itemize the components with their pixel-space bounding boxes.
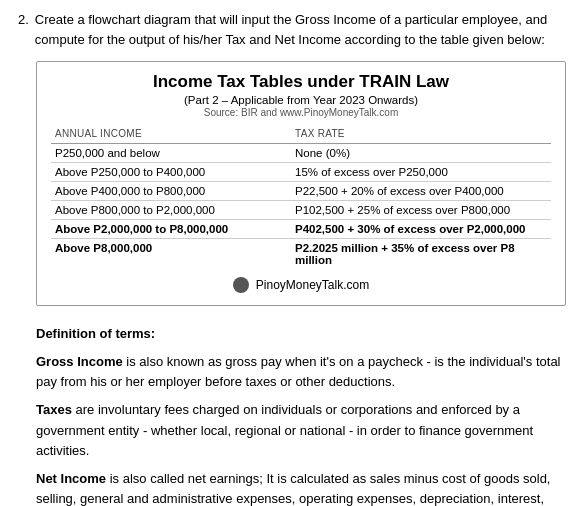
question-text: Create a flowchart diagram that will inp…: [35, 10, 568, 49]
rate-cell: None (0%): [291, 144, 551, 163]
definition-text: is also called net earnings; It is calcu…: [36, 471, 550, 506]
table-row: P250,000 and belowNone (0%): [51, 144, 551, 163]
logo-text: PinoyMoneyTalk.com: [256, 278, 369, 292]
definition-term: Net Income: [36, 471, 106, 486]
question-header: 2. Create a flowchart diagram that will …: [18, 10, 568, 49]
table-row: Above P250,000 to P400,00015% of excess …: [51, 163, 551, 182]
tax-table-title: Income Tax Tables under TRAIN Law: [51, 72, 551, 92]
rate-cell: P402,500 + 30% of excess over P2,000,000: [291, 220, 551, 239]
col1-header: ANNUAL INCOME: [51, 126, 291, 144]
table-row: Above P8,000,000P2.2025 million + 35% of…: [51, 239, 551, 270]
definition-term: Gross Income: [36, 354, 123, 369]
table-row: Above P2,000,000 to P8,000,000P402,500 +…: [51, 220, 551, 239]
definitions-section: Definition of terms: Gross Income is als…: [36, 324, 564, 506]
col2-header: TAX RATE: [291, 126, 551, 144]
definition-text: are involuntary fees charged on individu…: [36, 402, 533, 457]
table-row: Above P800,000 to P2,000,000P102,500 + 2…: [51, 201, 551, 220]
definition-block: Gross Income is also known as gross pay …: [36, 352, 564, 392]
rate-cell: P22,500 + 20% of excess over P400,000: [291, 182, 551, 201]
pinoy-logo-icon: [233, 277, 249, 293]
definitions-title: Definition of terms:: [36, 324, 564, 344]
question-number: 2.: [18, 10, 29, 49]
income-cell: Above P400,000 to P800,000: [51, 182, 291, 201]
rate-cell: 15% of excess over P250,000: [291, 163, 551, 182]
income-cell: Above P800,000 to P2,000,000: [51, 201, 291, 220]
logo-row: PinoyMoneyTalk.com: [51, 277, 551, 293]
income-cell: Above P2,000,000 to P8,000,000: [51, 220, 291, 239]
income-cell: Above P8,000,000: [51, 239, 291, 270]
tax-table: ANNUAL INCOME TAX RATE P250,000 and belo…: [51, 126, 551, 269]
table-row: Above P400,000 to P800,000P22,500 + 20% …: [51, 182, 551, 201]
definition-term: Taxes: [36, 402, 72, 417]
tax-table-source: Source: BIR and www.PinoyMoneyTalk.com: [51, 107, 551, 118]
definition-block: Net Income is also called net earnings; …: [36, 469, 564, 506]
income-cell: P250,000 and below: [51, 144, 291, 163]
definition-block: Taxes are involuntary fees charged on in…: [36, 400, 564, 460]
tax-table-subtitle: (Part 2 – Applicable from Year 2023 Onwa…: [51, 94, 551, 106]
tax-table-container: Income Tax Tables under TRAIN Law (Part …: [36, 61, 566, 306]
rate-cell: P2.2025 million + 35% of excess over P8 …: [291, 239, 551, 270]
income-cell: Above P250,000 to P400,000: [51, 163, 291, 182]
rate-cell: P102,500 + 25% of excess over P800,000: [291, 201, 551, 220]
